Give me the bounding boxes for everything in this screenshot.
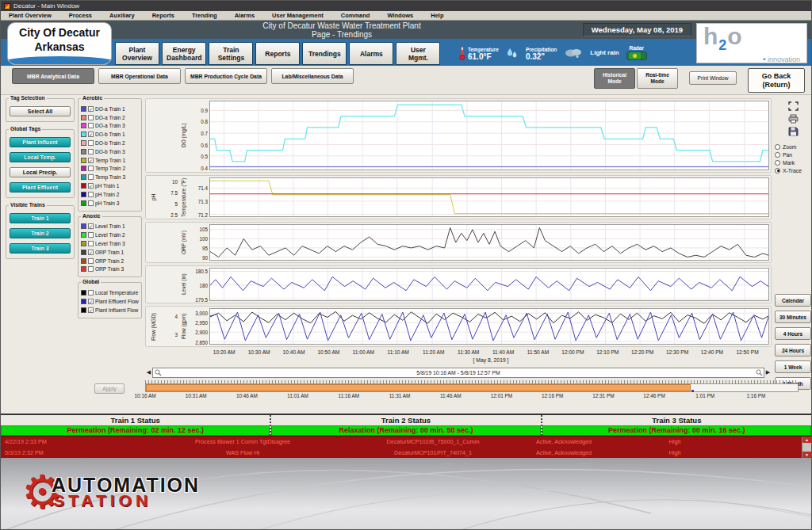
range-track[interactable] (145, 383, 799, 392)
checkbox-orp-train-3[interactable] (88, 266, 94, 272)
checkbox-plant-effluent-flow[interactable]: ✓ (88, 299, 94, 304)
menu-item-plant-overview[interactable]: Plant Overview (9, 12, 52, 19)
global-tag-local-temp[interactable]: Local Temp. (10, 152, 71, 162)
x-tick: 10:30 AM (248, 349, 270, 355)
alarm-scroll-up-icon[interactable]: ▲ (802, 437, 811, 443)
checkbox-do-b-train-1[interactable]: ✓ (88, 132, 94, 137)
go-back-button[interactable]: Go Back (Return) (748, 68, 805, 93)
checkbox-plant-influent-flow[interactable]: ✓ (88, 307, 94, 313)
alarm-scrollbar[interactable]: ▲ ▼ (802, 437, 811, 458)
nav-tab-alarms[interactable]: Alarms (349, 42, 393, 65)
scroll-right-arrow[interactable]: ▶ (764, 369, 772, 376)
menu-item-command[interactable]: Command (341, 12, 370, 19)
checkbox-do-a-train-3[interactable] (88, 123, 94, 128)
train-button-train-2[interactable]: Train 2 (10, 228, 71, 238)
zoom-out-icon[interactable] (153, 368, 163, 377)
scrollbar-track[interactable]: 5/8/19 10:16 AM - 5/8/19 12:57 PM (152, 368, 764, 378)
color-swatch (81, 166, 86, 171)
checkbox-ph-train-2[interactable] (88, 192, 94, 197)
menu-item-auxiliary[interactable]: Auxiliary (109, 12, 135, 19)
tool-button-calendar[interactable]: Calendar (775, 294, 811, 307)
checkbox-do-a-train-1[interactable]: ✓ (88, 106, 94, 112)
checkbox-ph-train-3[interactable] (88, 200, 94, 206)
time-range-selector[interactable]: 10:16 AM10:31 AM10:46 AM11:01 AM11:16 AM… (145, 380, 799, 400)
chart-plot-0[interactable] (209, 101, 769, 170)
scroll-left-arrow[interactable]: ◀ (145, 369, 152, 376)
alarm-row[interactable]: 4/22/19 2:33 PMProcess Blower 1 Comm Tgt… (1, 438, 802, 445)
checkbox-temp-train-3[interactable] (88, 174, 94, 180)
checkbox-level-train-1[interactable]: ✓ (88, 223, 94, 229)
apply-button[interactable]: Apply (94, 383, 124, 394)
nav-tab-trendings[interactable]: Trendings (302, 42, 347, 65)
nav-tab-user-mgmt[interactable]: UserMgmt. (396, 42, 440, 65)
trend-workspace: Tag Selection Select All Global Tags Pla… (1, 95, 811, 414)
tool-button-1-week[interactable]: 1 Week (775, 360, 811, 373)
zoom-in-icon[interactable] (754, 368, 764, 377)
menu-item-user-management[interactable]: User Management (272, 12, 324, 19)
expand-icon[interactable] (788, 101, 799, 111)
checkbox-ph-train-1[interactable]: ✓ (88, 183, 94, 189)
radio-zoom[interactable]: Zoom (775, 143, 802, 151)
chart-do-mg-l: DO (mg/L)0.90.80.70.60.50.4 (145, 98, 772, 173)
menu-item-reports[interactable]: Reports (152, 12, 174, 19)
global-tag-plant-effluent[interactable]: Plant Effluent (10, 182, 71, 193)
nav-tab-energy-dashboard[interactable]: EnergyDashboard (162, 42, 206, 65)
select-all-button[interactable]: Select All (10, 106, 71, 116)
menu-item-windows[interactable]: Windows (387, 12, 413, 19)
nav-tab-train-settings[interactable]: TrainSettings (209, 42, 253, 65)
subnav-tab-mbr-analytical-data[interactable]: MBR Analytical Data (12, 68, 94, 84)
checkbox-orp-train-2[interactable] (88, 258, 94, 264)
subnav-tab-mbr-production-cycle-data[interactable]: MBR Production Cycle Data (185, 68, 267, 84)
tool-button-30-minutes[interactable]: 30 Minutes (775, 311, 811, 323)
save-icon[interactable] (788, 127, 799, 136)
range-label: 10:31 AM (186, 393, 207, 398)
mode-button-historical-mode[interactable]: HistoricalMode (594, 68, 635, 89)
checkbox-temp-train-1[interactable]: ✓ (88, 158, 94, 163)
train-button-train-3[interactable]: Train 3 (10, 243, 71, 254)
tool-button-24-hours[interactable]: 24 Hours (775, 344, 811, 357)
checkbox-do-b-train-3[interactable] (88, 149, 94, 154)
checkbox-do-b-train-2[interactable] (88, 140, 94, 146)
checkbox-level-train-2[interactable] (88, 232, 94, 238)
color-swatch (81, 115, 86, 120)
checkbox-orp-train-1[interactable]: ✓ (88, 250, 94, 255)
nav-tab-reports[interactable]: Reports (255, 42, 300, 65)
radio-x-trace[interactable]: X-Trace (775, 166, 802, 174)
legend-group-aerobic: Aerobic✓DO-a Train 1DO-a Train 2DO-a Tra… (78, 98, 142, 212)
subnav-tab-mbr-operational-data[interactable]: MBR Operational Data (98, 68, 181, 84)
chart-plot-3[interactable] (209, 268, 769, 301)
checkbox-local-temperature[interactable] (88, 290, 94, 296)
print-icon[interactable] (788, 114, 799, 124)
alarm-scroll-down-icon[interactable]: ▼ (802, 452, 811, 458)
global-tag-plant-influent[interactable]: Plant Influent (10, 137, 71, 147)
radar-block[interactable]: Radar (626, 45, 647, 60)
rain-cloud-icon (564, 47, 583, 59)
train-button-train-1[interactable]: Train 1 (10, 213, 71, 223)
radio-mark[interactable]: Mark (775, 158, 802, 166)
nav-tab-plant-overview[interactable]: PlantOverview (115, 42, 159, 65)
color-swatch (81, 250, 86, 255)
mode-button-real-time-mode[interactable]: Real-timeMode (637, 68, 678, 89)
x-tick: 11:00 AM (353, 349, 374, 355)
radio-pan[interactable]: Pan (775, 151, 802, 158)
radar-image[interactable] (626, 51, 647, 60)
global-tag-local-precip[interactable]: Local Precip. (10, 167, 71, 177)
subnav-tab-lab-miscellaneous-data[interactable]: Lab/Miscellaneous Data (271, 68, 354, 84)
menu-item-process[interactable]: Process (69, 12, 92, 19)
print-window-button[interactable]: Print Window (689, 71, 737, 85)
selected-range-fill[interactable] (146, 384, 691, 391)
color-swatch (81, 192, 86, 197)
menu-item-help[interactable]: Help (431, 12, 443, 19)
tool-button-4-hours[interactable]: 4 Hours (775, 327, 811, 340)
y-axis-ticks: 107.552.5 (158, 177, 179, 217)
chart-plot-1[interactable] (209, 177, 769, 217)
checkbox-temp-train-2[interactable] (88, 166, 94, 171)
chart-plot-2[interactable] (209, 224, 769, 261)
checkbox-do-a-train-2[interactable] (88, 115, 94, 120)
menu-item-alarms[interactable]: Alarms (235, 12, 255, 19)
menu-item-trending[interactable]: Trending (192, 12, 217, 19)
chart-plot-4[interactable] (209, 308, 769, 345)
alarm-row[interactable]: 5/3/19 2:32 PMWAS Flow HiDecaturMCP101/F… (1, 449, 802, 456)
chart-icon-buttons (788, 101, 799, 136)
checkbox-level-train-3[interactable] (88, 241, 94, 246)
